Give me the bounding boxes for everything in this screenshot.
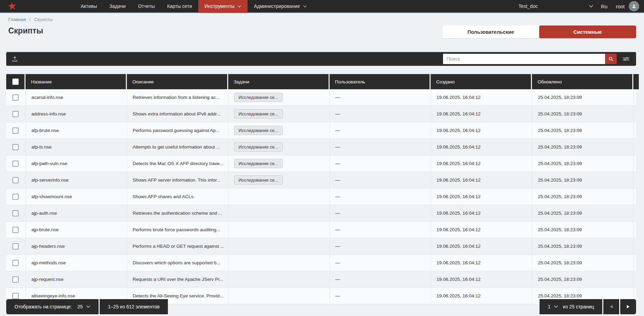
script-name-cell: ajp-headers.nse <box>26 238 126 254</box>
table-row[interactable]: afp-path-vuln.nseDetects the Mac OS X AF… <box>6 155 636 172</box>
row-checkbox-cell <box>6 122 24 139</box>
row-checkbox[interactable] <box>12 111 19 117</box>
script-user-cell: — <box>330 255 430 271</box>
language-switcher[interactable]: Ru <box>601 3 607 9</box>
script-user-cell: — <box>330 205 430 221</box>
prev-page-button[interactable] <box>603 299 619 314</box>
task-badge: Исследование се... <box>234 109 283 119</box>
nav-item-assets[interactable]: Активы <box>74 0 103 13</box>
row-checkbox[interactable] <box>12 128 19 134</box>
row-checkbox[interactable] <box>12 227 19 233</box>
nav-item-administration[interactable]: Администрирование <box>248 0 313 13</box>
row-checkbox[interactable] <box>12 260 19 266</box>
row-checkbox[interactable] <box>12 210 19 216</box>
nav-item-reports[interactable]: Отчеты <box>132 0 161 13</box>
table-row[interactable]: ajp-auth.nseRetrieves the authentication… <box>6 205 636 222</box>
nav-item-network-maps[interactable]: Карты сети <box>161 0 198 13</box>
script-description-cell: Shows AFP shares and ACLs. <box>127 188 227 205</box>
row-overflow-cell <box>633 255 639 271</box>
chevron-down-icon <box>86 305 90 308</box>
table-row[interactable]: afp-ls.nseAttempts to get useful informa… <box>6 139 636 155</box>
page-size-label: Отображать на странице: <box>14 304 72 309</box>
row-checkbox[interactable] <box>12 161 19 167</box>
tab-system-scripts[interactable]: Системные <box>539 26 636 38</box>
script-tasks-cell: Исследование се... <box>228 122 329 139</box>
column-settings-icon <box>622 56 630 62</box>
next-page-button[interactable] <box>620 299 636 314</box>
table-row[interactable]: afp-serverinfo.nseShows AFP server infor… <box>6 172 636 188</box>
script-name-cell: ajp-auth.nse <box>26 205 126 221</box>
export-button[interactable] <box>11 55 18 62</box>
table-row[interactable]: address-info.nseShows extra information … <box>6 106 636 122</box>
current-user-label[interactable]: root <box>616 3 625 9</box>
search-input[interactable] <box>443 54 605 64</box>
script-name-cell: ajp-request.nse <box>26 271 126 287</box>
script-tasks-cell: Исследование се... <box>228 155 329 172</box>
row-checkbox[interactable] <box>12 144 19 150</box>
search-button[interactable] <box>605 54 617 64</box>
row-checkbox[interactable] <box>12 177 19 183</box>
script-name-cell: afp-brute.nse <box>26 122 126 139</box>
script-description-cell: Retrieves information from a listening a… <box>127 89 227 105</box>
column-header-description[interactable]: Описание <box>127 74 227 89</box>
table-settings-button[interactable] <box>622 56 630 62</box>
row-checkbox[interactable] <box>12 293 19 299</box>
row-checkbox-cell <box>6 172 24 188</box>
script-tasks-cell: Исследование се... <box>228 139 329 155</box>
row-checkbox-cell <box>6 155 24 172</box>
script-description-cell: Performs a HEAD or GET request against .… <box>127 238 227 254</box>
page-number-select[interactable]: 1 <box>548 304 558 309</box>
row-overflow-cell <box>633 89 639 105</box>
script-user-cell: — <box>330 139 430 155</box>
row-checkbox-cell <box>6 255 24 271</box>
table-row[interactable]: afp-brute.nsePerforms password guessing … <box>6 122 636 139</box>
breadcrumb-home-link[interactable]: Главная <box>8 17 26 22</box>
script-updated-cell: 25.04.2025, 18:23:09 <box>532 89 632 105</box>
row-checkbox-cell <box>6 238 24 254</box>
column-header-updated[interactable]: Обновлено <box>532 74 632 89</box>
page-title: Скрипты <box>8 26 43 35</box>
app-logo[interactable] <box>8 1 17 11</box>
row-checkbox[interactable] <box>12 243 19 249</box>
row-overflow-cell <box>633 222 639 238</box>
script-user-cell: — <box>330 89 430 105</box>
script-description-cell: Detects the Mac OS X AFP directory trave… <box>127 155 227 172</box>
row-overflow-cell <box>633 205 639 221</box>
table-row[interactable]: ajp-brute.nsePerforms brute force passwo… <box>6 222 636 238</box>
script-name-cell: ajp-brute.nse <box>26 222 126 238</box>
table-row[interactable]: ajp-headers.nsePerforms a HEAD or GET re… <box>6 238 636 255</box>
table-row[interactable]: afp-showmount.nseShows AFP shares and AC… <box>6 188 636 205</box>
upload-export-icon <box>11 55 18 62</box>
row-overflow-cell <box>633 106 639 122</box>
script-name-cell: address-info.nse <box>26 106 126 122</box>
table-row[interactable]: ajp-methods.nseDiscovers which options a… <box>6 255 636 271</box>
column-header-tasks[interactable]: Задачи <box>228 74 329 89</box>
column-header-created[interactable]: Создано <box>431 74 531 89</box>
row-checkbox[interactable] <box>12 194 19 200</box>
row-checkbox[interactable] <box>12 276 19 283</box>
table-body: acarsd-info.nseRetrieves information fro… <box>6 89 636 304</box>
script-created-cell: 19.06.2025, 16:04:12 <box>431 222 531 238</box>
table-header: Название Описание Задачи Пользователь Со… <box>6 74 636 89</box>
row-checkbox[interactable] <box>12 94 19 101</box>
select-all-checkbox[interactable] <box>12 79 19 85</box>
script-created-cell: 19.06.2025, 16:04:12 <box>431 106 531 122</box>
row-overflow-cell <box>633 271 639 287</box>
context-chevron-down-icon[interactable] <box>589 5 593 8</box>
user-avatar[interactable] <box>629 1 639 11</box>
table-row[interactable]: ajp-request.nseRequests a URI over the A… <box>6 271 636 288</box>
row-overflow-cell <box>633 238 639 254</box>
page-size-select[interactable]: 25 <box>77 304 90 309</box>
column-header-user[interactable]: Пользователь <box>330 74 430 89</box>
script-name-cell: afp-showmount.nse <box>26 188 126 205</box>
nav-item-tools[interactable]: Инструменты <box>198 0 248 13</box>
context-selector[interactable]: Test_doc <box>519 3 538 9</box>
table-row[interactable]: acarsd-info.nseRetrieves information fro… <box>6 89 636 106</box>
script-created-cell: 19.06.2025, 16:04:12 <box>431 188 531 205</box>
row-checkbox-cell <box>6 222 24 238</box>
tab-user-scripts[interactable]: Пользовательские <box>442 26 539 38</box>
row-overflow-cell <box>633 122 639 139</box>
column-header-name[interactable]: Название <box>26 74 126 89</box>
script-tasks-cell <box>228 205 329 221</box>
nav-item-tasks[interactable]: Задачи <box>103 0 132 13</box>
